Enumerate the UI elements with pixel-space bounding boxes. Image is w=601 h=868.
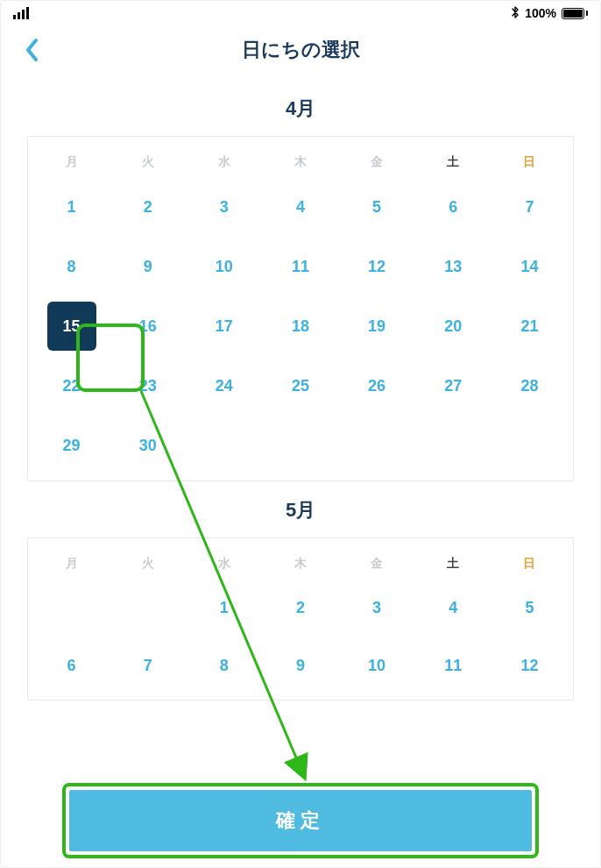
day-cell[interactable]: 6 xyxy=(33,637,110,694)
weekday-label: 金 xyxy=(339,149,415,177)
day-cell[interactable]: 3 xyxy=(186,177,262,237)
weekday-label: 木 xyxy=(262,551,338,579)
weekday-row: 月火水木金土日 xyxy=(33,149,568,177)
day-cell[interactable]: 27 xyxy=(415,356,491,416)
day-cell[interactable]: 7 xyxy=(491,177,568,237)
day-cell-empty xyxy=(339,416,415,475)
day-cell[interactable]: 29 xyxy=(33,416,110,475)
day-cell[interactable]: 13 xyxy=(415,237,491,296)
weekday-label: 土 xyxy=(415,551,491,579)
weekday-label: 水 xyxy=(186,149,262,177)
weekday-label: 木 xyxy=(262,149,338,177)
battery-percent: 100% xyxy=(525,6,556,20)
day-cell[interactable]: 25 xyxy=(262,356,338,416)
confirm-button[interactable]: 確定 xyxy=(69,790,532,851)
day-cell[interactable]: 10 xyxy=(186,237,262,296)
calendar-may: 月火水木金土日 123456789101112 xyxy=(27,537,574,701)
day-cell[interactable]: 21 xyxy=(491,296,568,356)
weekday-label: 金 xyxy=(339,551,415,579)
status-right: 100% xyxy=(511,6,588,21)
bluetooth-icon xyxy=(511,6,520,21)
day-cell[interactable]: 14 xyxy=(491,237,568,296)
weekday-label: 火 xyxy=(110,149,186,177)
weekday-label: 月 xyxy=(33,149,110,177)
day-cell[interactable]: 5 xyxy=(339,177,415,237)
day-cell-empty xyxy=(186,416,262,475)
day-cell[interactable]: 3 xyxy=(339,579,415,637)
day-cell-empty xyxy=(262,416,338,475)
day-cell[interactable]: 11 xyxy=(415,637,491,694)
back-button[interactable] xyxy=(17,34,48,66)
weekday-row: 月火水木金土日 xyxy=(33,551,568,579)
day-cell[interactable]: 22 xyxy=(33,356,110,416)
day-cell[interactable]: 16 xyxy=(110,296,186,356)
day-cell[interactable]: 1 xyxy=(33,177,110,237)
day-cell[interactable]: 4 xyxy=(415,579,491,637)
status-left xyxy=(13,7,29,19)
weekday-label: 日 xyxy=(491,149,568,177)
day-grid-april: 1234567891011121314151617181920212223242… xyxy=(33,177,568,475)
day-cell[interactable]: 18 xyxy=(262,296,338,356)
day-cell[interactable]: 17 xyxy=(186,296,262,356)
day-cell[interactable]: 23 xyxy=(110,356,186,416)
page-title: 日にちの選択 xyxy=(242,37,360,63)
day-cell[interactable]: 10 xyxy=(339,637,415,694)
day-cell[interactable]: 8 xyxy=(33,237,110,296)
day-cell-empty xyxy=(110,579,186,637)
signal-icon xyxy=(13,7,29,19)
weekday-label: 日 xyxy=(491,551,568,579)
day-cell[interactable]: 20 xyxy=(415,296,491,356)
weekday-label: 月 xyxy=(33,551,110,579)
day-cell[interactable]: 30 xyxy=(110,416,186,475)
day-cell[interactable]: 1 xyxy=(186,579,262,637)
day-cell[interactable]: 7 xyxy=(110,637,186,694)
month-label-1: 4月 xyxy=(27,96,574,122)
day-cell[interactable]: 11 xyxy=(262,237,338,296)
day-cell-empty xyxy=(491,416,568,475)
nav-header: 日にちの選択 xyxy=(1,25,600,75)
day-cell[interactable]: 4 xyxy=(262,177,338,237)
content: 4月 月火水木金土日 12345678910111213141516171819… xyxy=(1,75,600,701)
day-cell[interactable]: 6 xyxy=(415,177,491,237)
device-frame: 100% 日にちの選択 4月 月火水木金土日 12345678910111213… xyxy=(0,0,601,868)
day-cell[interactable]: 9 xyxy=(262,637,338,694)
day-cell[interactable]: 12 xyxy=(491,637,568,694)
day-cell[interactable]: 5 xyxy=(491,579,568,637)
day-cell[interactable]: 24 xyxy=(186,356,262,416)
calendar-april: 月火水木金土日 12345678910111213141516171819202… xyxy=(27,136,574,481)
day-cell-empty xyxy=(33,579,110,637)
day-cell[interactable]: 8 xyxy=(186,637,262,694)
day-grid-may: 123456789101112 xyxy=(33,579,568,694)
day-cell[interactable]: 28 xyxy=(491,356,568,416)
status-bar: 100% xyxy=(1,1,600,25)
weekday-label: 土 xyxy=(415,149,491,177)
confirm-wrap: 確定 xyxy=(69,790,532,851)
day-cell[interactable]: 19 xyxy=(339,296,415,356)
month-label-2: 5月 xyxy=(27,497,574,523)
day-cell[interactable]: 26 xyxy=(339,356,415,416)
day-cell[interactable]: 15 xyxy=(33,296,110,356)
weekday-label: 水 xyxy=(186,551,262,579)
day-cell[interactable]: 2 xyxy=(262,579,338,637)
day-cell[interactable]: 12 xyxy=(339,237,415,296)
day-cell-empty xyxy=(415,416,491,475)
chevron-left-icon xyxy=(24,38,41,62)
day-cell[interactable]: 9 xyxy=(110,237,186,296)
weekday-label: 火 xyxy=(110,551,186,579)
battery-icon xyxy=(562,8,588,19)
day-cell[interactable]: 2 xyxy=(110,177,186,237)
